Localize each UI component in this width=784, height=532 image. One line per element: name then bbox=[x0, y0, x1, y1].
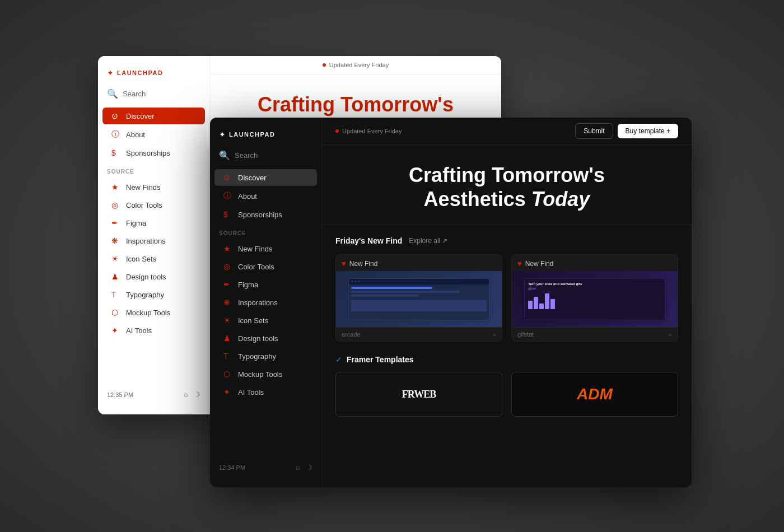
dark-sidebar-item-figma[interactable]: ✒ Figma bbox=[214, 276, 317, 293]
dark-sidebar-item-new-finds[interactable]: ★ New Finds bbox=[214, 240, 317, 257]
dark-bar-3 bbox=[539, 304, 544, 309]
sidebar-item-sponsorships[interactable]: $ Sponsorships bbox=[102, 144, 205, 161]
dark-bar-4 bbox=[545, 293, 549, 309]
dark-about-icon: ⓘ bbox=[223, 191, 232, 201]
dark-sidebar-item-design-tools[interactable]: ♟ Design tools bbox=[214, 330, 317, 347]
dark-new-finds-label: New Finds bbox=[238, 245, 272, 253]
dark-browser-line-3 bbox=[351, 295, 419, 297]
sidebar-item-typography[interactable]: T Typography bbox=[102, 286, 205, 303]
dark-ai-tools-icon: ✦ bbox=[223, 388, 232, 396]
dark-color-tools-icon: ◎ bbox=[223, 262, 232, 271]
dark-browser-hero bbox=[351, 300, 487, 311]
dark-mockup-tools-icon: ⬡ bbox=[223, 370, 232, 379]
update-text: Updated Every Friday bbox=[329, 62, 389, 68]
dark-badge-dot bbox=[335, 129, 339, 133]
dark-search-icon: 🔍 bbox=[219, 150, 230, 161]
dark-heart-icon-2: ♥ bbox=[517, 259, 522, 268]
sidebar-item-ai-tools[interactable]: ✦ AI Tools bbox=[102, 322, 205, 339]
sidebar-item-insporations[interactable]: ❋ Insporations bbox=[102, 232, 205, 249]
dark-app-layout: ✦ LAUNCHPAD 🔍 Search ⊙ Discover ⓘ About … bbox=[210, 118, 692, 487]
icon-sets-label: Icon Sets bbox=[126, 255, 156, 263]
moon-icon[interactable]: ☽ bbox=[194, 390, 200, 399]
figma-label: Figma bbox=[126, 219, 146, 227]
dark-stats-bars bbox=[528, 292, 661, 309]
dark-discover-label: Discover bbox=[238, 174, 267, 182]
dark-search[interactable]: 🔍 Search bbox=[210, 147, 321, 164]
dark-stats-mock: Turn your stats into animated gifs gifst… bbox=[524, 278, 665, 320]
dark-explore-link[interactable]: Explore all ↗ bbox=[409, 237, 447, 245]
buy-template-button[interactable]: Buy template + bbox=[618, 124, 678, 138]
dark-footer-time: 12:34 PM bbox=[219, 464, 245, 471]
sidebar-item-color-tools[interactable]: ◎ Color Tools bbox=[102, 197, 205, 213]
dark-figma-label: Figma bbox=[238, 281, 258, 289]
sidebar-item-icon-sets[interactable]: ☀ Icon Sets bbox=[102, 250, 205, 267]
color-tools-icon: ◎ bbox=[111, 200, 120, 209]
dark-dot3 bbox=[358, 281, 360, 282]
dark-new-finds-icon: ★ bbox=[223, 244, 232, 253]
window-dark: ✦ LAUNCHPAD 🔍 Search ⊙ Discover ⓘ About … bbox=[210, 118, 692, 487]
dark-framer-card-2[interactable]: ADM bbox=[511, 372, 678, 417]
dark-icon-sets-label: Icon Sets bbox=[238, 316, 268, 325]
dark-browser-mock bbox=[348, 278, 489, 320]
windows-container: ✦ LAUNCHPAD 🔍 Search ⊙ Discover ⓘ About … bbox=[98, 56, 686, 476]
light-logo: ✦ LAUNCHPAD bbox=[98, 65, 209, 85]
dark-bar-5 bbox=[550, 299, 555, 309]
submit-button[interactable]: Submit bbox=[575, 123, 613, 139]
dark-arcade-card-image bbox=[336, 271, 502, 327]
dark-sidebar-item-mockup-tools[interactable]: ⬡ Mockup Tools bbox=[214, 366, 317, 382]
dark-sidebar-item-insporations[interactable]: ❋ Insporations bbox=[214, 294, 317, 311]
footer-time: 12:35 PM bbox=[107, 391, 133, 398]
sidebar-item-mockup-tools[interactable]: ⬡ Mockup Tools bbox=[102, 304, 205, 321]
dark-insporations-icon: ❋ bbox=[223, 298, 232, 307]
dark-sun-icon[interactable]: ☼ bbox=[295, 463, 301, 472]
dark-framer-section: ✓ Framer Templates FRWEB ADM bbox=[335, 355, 678, 417]
dark-sidebar-item-icon-sets[interactable]: ☀ Icon Sets bbox=[214, 312, 317, 329]
dark-typography-label: Typography bbox=[238, 352, 276, 361]
color-tools-label: Color Tools bbox=[126, 201, 162, 209]
source-section-label: SOURCE bbox=[98, 162, 209, 178]
dark-sidebar-item-sponsorships[interactable]: $ Sponsorships bbox=[214, 206, 317, 223]
dark-logo-icon: ✦ bbox=[219, 130, 226, 139]
dark-moon-icon[interactable]: ☽ bbox=[306, 463, 312, 472]
dark-content-area: Friday's New Find Explore all ↗ ♥ New Fi… bbox=[322, 225, 692, 428]
sidebar-item-new-finds[interactable]: ★ New Finds bbox=[102, 179, 205, 195]
dark-main-content: Updated Every Friday Submit Buy template… bbox=[322, 118, 692, 487]
icon-sets-icon: ☀ bbox=[111, 254, 120, 263]
sidebar-item-discover[interactable]: ⊙ Discover bbox=[102, 108, 205, 124]
light-sidebar: ✦ LAUNCHPAD 🔍 Search ⊙ Discover ⓘ About … bbox=[98, 56, 210, 414]
sidebar-item-design-tools[interactable]: ♟ Design tools bbox=[102, 268, 205, 285]
sidebar-item-about[interactable]: ⓘ About bbox=[102, 125, 205, 143]
light-header-bar: Updated Every Friday bbox=[210, 56, 501, 74]
dark-framer-card-1[interactable]: FRWEB bbox=[335, 372, 502, 417]
dark-color-tools-label: Color Tools bbox=[238, 263, 274, 271]
dark-sponsorships-label: Sponsorships bbox=[238, 211, 282, 219]
dark-cards-grid: ♥ New Find bbox=[335, 254, 678, 342]
dark-framer-cards: FRWEB ADM bbox=[335, 372, 678, 417]
sun-icon[interactable]: ☼ bbox=[183, 390, 189, 399]
dark-figma-icon: ✒ bbox=[223, 280, 232, 289]
dark-dot2 bbox=[355, 281, 357, 282]
dark-card-arcade[interactable]: ♥ New Find bbox=[335, 254, 502, 342]
dark-sidebar-item-color-tools[interactable]: ◎ Color Tools bbox=[214, 258, 317, 275]
dark-gifstat-icon: ○ bbox=[668, 331, 672, 338]
sidebar-item-figma[interactable]: ✒ Figma bbox=[102, 214, 205, 231]
design-tools-icon: ♟ bbox=[111, 272, 120, 281]
dark-dot1 bbox=[352, 281, 353, 282]
dark-stats-sub: gifstat bbox=[528, 287, 661, 290]
header-actions: Submit Buy template + bbox=[575, 123, 678, 139]
dark-update-text: Updated Every Friday bbox=[342, 128, 402, 134]
dark-adm-text: ADM bbox=[577, 385, 613, 403]
about-icon: ⓘ bbox=[111, 129, 120, 139]
dark-card-gifstat[interactable]: ♥ New Find Turn your stats into animated… bbox=[511, 254, 678, 342]
dark-hero-line2: Aesthetics Today bbox=[344, 187, 669, 211]
dark-sidebar-item-ai-tools[interactable]: ✦ AI Tools bbox=[214, 384, 317, 400]
ai-tools-label: AI Tools bbox=[126, 326, 152, 335]
discover-label: Discover bbox=[126, 112, 155, 120]
dark-typography-icon: T bbox=[223, 352, 232, 361]
dark-sidebar-item-about[interactable]: ⓘ About bbox=[214, 187, 317, 205]
light-search[interactable]: 🔍 Search bbox=[98, 85, 209, 102]
insporations-label: Insporations bbox=[126, 237, 166, 245]
dark-sidebar-item-discover[interactable]: ⊙ Discover bbox=[214, 169, 317, 186]
mockup-tools-label: Mockup Tools bbox=[126, 309, 170, 317]
dark-sidebar-item-typography[interactable]: T Typography bbox=[214, 348, 317, 365]
